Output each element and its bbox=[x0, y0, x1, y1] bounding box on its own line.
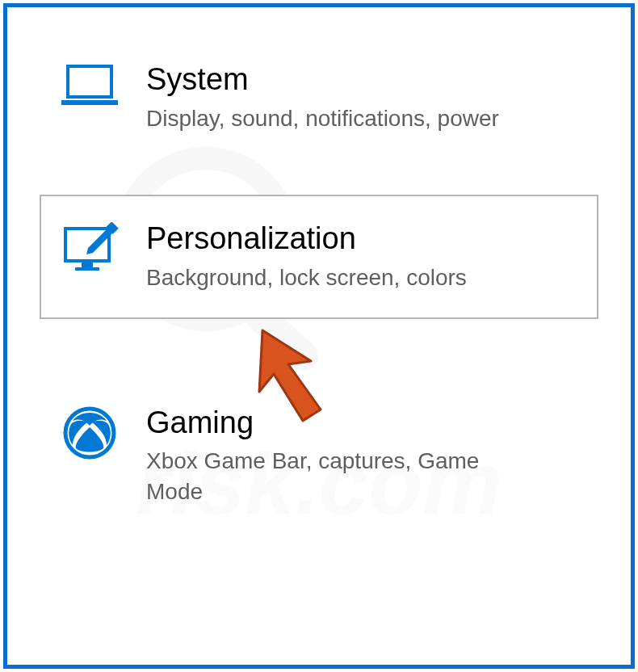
settings-item-personalization[interactable]: Personalization Background, lock screen,… bbox=[40, 195, 598, 318]
item-title: Gaming bbox=[146, 405, 581, 442]
svg-rect-7 bbox=[82, 262, 93, 267]
svg-rect-6 bbox=[65, 229, 109, 261]
xbox-icon bbox=[57, 405, 122, 460]
item-title: Personalization bbox=[146, 220, 581, 258]
personalization-icon bbox=[57, 220, 122, 272]
item-title: System bbox=[146, 61, 581, 99]
item-description: Background, lock screen, colors bbox=[146, 262, 534, 293]
svg-rect-4 bbox=[68, 66, 111, 97]
item-description: Xbox Game Bar, captures, Game Mode bbox=[146, 446, 534, 507]
laptop-icon bbox=[57, 61, 122, 108]
item-description: Display, sound, notifications, power bbox=[146, 103, 534, 134]
svg-rect-5 bbox=[61, 100, 118, 105]
window-frame: risk.com System Display, sound, notifica… bbox=[3, 3, 635, 669]
settings-categories-list: System Display, sound, notifications, po… bbox=[7, 7, 631, 549]
svg-rect-8 bbox=[75, 267, 99, 271]
settings-item-gaming[interactable]: Gaming Xbox Game Bar, captures, Game Mod… bbox=[40, 379, 598, 533]
settings-item-system[interactable]: System Display, sound, notifications, po… bbox=[40, 36, 598, 159]
